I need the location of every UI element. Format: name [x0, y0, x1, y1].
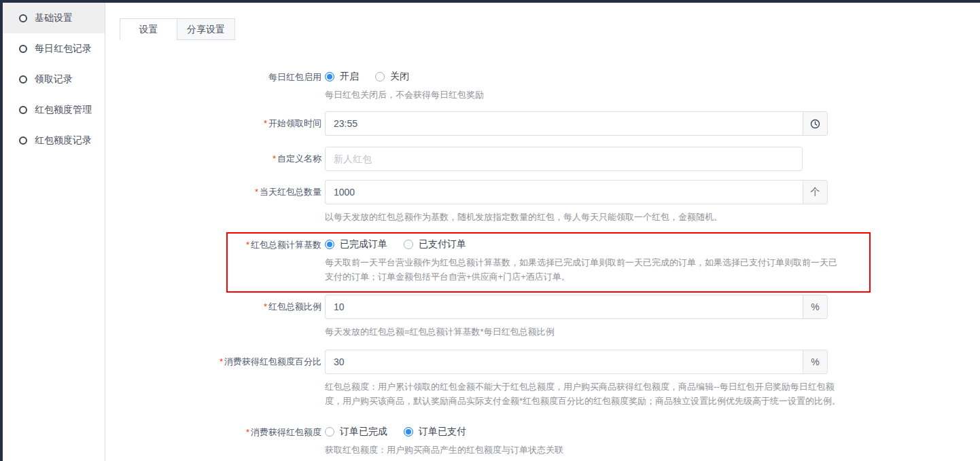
tab-settings[interactable]: 设置: [120, 18, 177, 40]
field-label: *开始领取时间: [106, 111, 325, 136]
field-help-text: 以每天发放的红包总额作为基数，随机发放指定数量的红包，每人每天只能领取一个红包，…: [325, 210, 843, 224]
form-row-calc-base: *红包总额计算基数 已完成订单 已支付订单 每天取前一天平台营业额作为红包总额计…: [106, 238, 980, 284]
tab-share-settings[interactable]: 分享设置: [177, 18, 235, 40]
field-help-text: 红包总额度：用户累计领取的红包金额不能大于红包总额度，用户购买商品获得红包额度，…: [325, 380, 843, 408]
circle-bullet-icon: [19, 45, 27, 53]
radio-completed-orders[interactable]: 已完成订单: [325, 238, 387, 251]
sidebar-item-label: 领取记录: [35, 73, 73, 86]
radio-paid-orders[interactable]: 已支付订单: [404, 238, 466, 251]
field-help-text: 每日红包关闭后，不会获得每日红包奖励: [325, 88, 843, 102]
sidebar-item-basic-settings[interactable]: 基础设置: [3, 3, 105, 33]
field-label: 每日红包启用: [106, 70, 325, 102]
field-label: *消费获得红包额度: [106, 425, 325, 457]
field-help-text: 获取红包额度：用户购买商品产生的红包额度与订单状态关联: [325, 443, 843, 457]
total-ratio-input[interactable]: [325, 295, 803, 319]
form-row-start-time: *开始领取时间: [106, 111, 980, 136]
circle-bullet-icon: [19, 75, 27, 84]
daily-count-input[interactable]: [325, 180, 803, 204]
form-row-daily-count: *当天红包总数量 个 以每天发放的红包总额作为基数，随机发放指定数量的红包，每人…: [106, 180, 980, 224]
percent-append: %: [803, 350, 828, 374]
sidebar-item-quota-management[interactable]: 红包额度管理: [3, 94, 105, 125]
field-help-text: 每天取前一天平台营业额作为红包总额计算基数，如果选择已完成订单则取前一天已完成的…: [325, 255, 843, 284]
left-frame-bar: [0, 0, 3, 461]
unit-append: 个: [803, 180, 828, 204]
field-label: *自定义名称: [106, 147, 325, 171]
form-row-total-ratio: *红包总额比例 % 每天发放的红包总额=红包总额计算基数*每日红包总额比例: [106, 295, 980, 339]
sidebar-item-claim-records[interactable]: 领取记录: [3, 64, 105, 94]
percent-append: %: [803, 295, 828, 319]
sidebar-item-label: 红包额度管理: [35, 104, 92, 116]
field-label: *当天红包总数量: [106, 180, 325, 224]
form-row-quota-percent: *消费获得红包额度百分比 % 红包总额度：用户累计领取的红包金额不能大于红包总额…: [106, 350, 980, 408]
radio-checked-icon: [325, 240, 334, 249]
custom-name-input[interactable]: [325, 147, 803, 171]
field-label: *红包总额计算基数: [106, 238, 325, 284]
circle-bullet-icon: [19, 136, 27, 145]
top-frame-bar: [0, 0, 980, 3]
radio-enable-on[interactable]: 开启: [325, 71, 359, 83]
main-content: 设置 分享设置 每日红包启用 开启 关闭 每日红包关闭后，不会获得每日红包奖励: [106, 3, 980, 461]
sidebar-item-daily-redpacket-records[interactable]: 每日红包记录: [3, 33, 105, 64]
settings-form: 每日红包启用 开启 关闭 每日红包关闭后，不会获得每日红包奖励 *开始领取时间: [106, 70, 980, 457]
quota-percent-input[interactable]: [325, 350, 803, 374]
sidebar-item-label: 基础设置: [35, 12, 73, 24]
radio-order-paid[interactable]: 订单已支付: [404, 426, 466, 438]
sidebar-item-label: 红包额度记录: [35, 134, 92, 147]
radio-unchecked-icon: [404, 240, 413, 249]
field-help-text: 每天发放的红包总额=红包总额计算基数*每日红包总额比例: [325, 325, 843, 339]
field-label: *红包总额比例: [106, 295, 325, 339]
form-row-daily-enable: 每日红包启用 开启 关闭 每日红包关闭后，不会获得每日红包奖励: [106, 70, 980, 102]
radio-checked-icon: [325, 72, 334, 81]
sidebar-item-label: 每日红包记录: [35, 43, 92, 55]
radio-enable-off[interactable]: 关闭: [375, 71, 409, 83]
circle-bullet-icon: [19, 106, 27, 114]
form-row-custom-name: *自定义名称: [106, 147, 980, 171]
tab-bar: 设置 分享设置: [120, 18, 980, 40]
circle-bullet-icon: [19, 14, 27, 22]
form-row-quota-order-state: *消费获得红包额度 订单已完成 订单已支付 获取红包额度：用户购买商品产生的红包…: [106, 425, 980, 457]
time-picker-append[interactable]: [803, 111, 828, 136]
sidebar-item-quota-records[interactable]: 红包额度记录: [3, 125, 105, 155]
settings-sidebar: 基础设置 每日红包记录 领取记录 红包额度管理 红包额度记录: [3, 3, 105, 461]
field-label: *消费获得红包额度百分比: [106, 350, 325, 408]
radio-unchecked-icon: [325, 427, 334, 437]
radio-order-completed[interactable]: 订单已完成: [325, 426, 387, 438]
radio-unchecked-icon: [375, 72, 385, 81]
clock-icon: [810, 119, 820, 129]
radio-checked-icon: [404, 427, 413, 437]
start-time-input[interactable]: [325, 111, 803, 136]
